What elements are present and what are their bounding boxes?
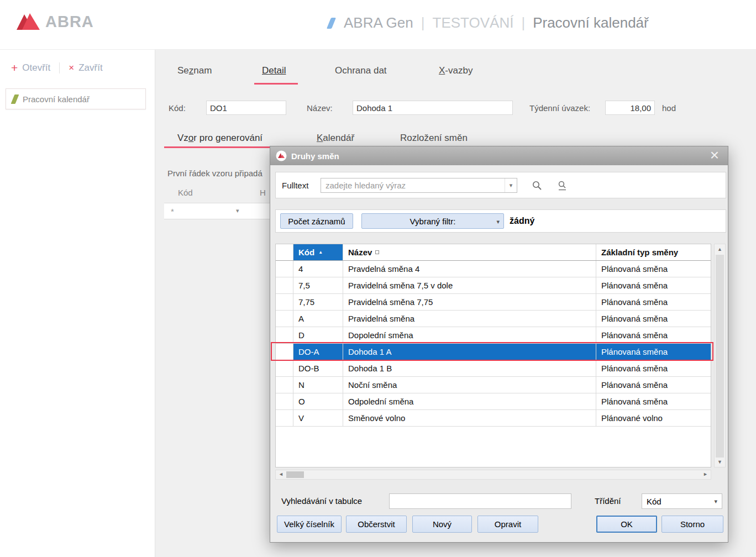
storno-button[interactable]: Storno (662, 516, 723, 533)
tab-label: -vazby (445, 65, 473, 76)
app-title: ABRA Gen | TESTOVÁNÍ | Pracovní kalendář (329, 14, 649, 31)
cell-nazev: Pravidelná směna 7,5 v dole (343, 277, 596, 293)
tab-ochrana-dat[interactable]: Ochrana dat (335, 65, 387, 76)
open-button[interactable]: + Otevřít (11, 62, 50, 73)
cross-icon: × (69, 62, 74, 73)
dialog-title-bar[interactable]: Druhy směn (270, 146, 728, 165)
fulltext-dropdown-arrow-icon[interactable]: ▾ (505, 178, 517, 192)
subtab-label: r pro generování (193, 133, 262, 143)
fulltext-input[interactable] (321, 181, 505, 190)
tab-seznam[interactable]: Seznam (177, 65, 212, 76)
cell-kod: DO-B (293, 360, 343, 376)
nazev-input[interactable] (353, 101, 513, 115)
kod-input[interactable] (206, 101, 286, 115)
cell-nazev: Pravdelná směna 4 (343, 261, 596, 277)
subtab-label: alendář (323, 133, 354, 143)
app-name: ABRA Gen (344, 14, 413, 31)
cell-kod: O (293, 393, 343, 409)
title-separator: | (421, 14, 425, 31)
shift-types-table: Kód ▲ Název Základní typ směny 4 Pravdel… (275, 244, 711, 467)
row-indicator (276, 360, 293, 376)
table-row[interactable]: V Směnové volno Plánované volno (276, 410, 711, 427)
cell-nazev: Pravidelná směna (343, 311, 596, 327)
pattern-grid-kod-header: Kód (178, 188, 193, 197)
sort-dropdown[interactable]: Kód ▾ (642, 493, 722, 509)
table-row-selected[interactable]: DO-A Dohoda 1 A Plánovaná směna (276, 344, 711, 360)
record-count-button[interactable]: Počet záznamů (280, 213, 353, 229)
ok-button[interactable]: OK (596, 516, 657, 533)
table-row[interactable]: O Odpolední směna Plánovaná směna (276, 393, 711, 410)
selected-filter-label: Vybraný filtr: (410, 217, 456, 226)
table-row[interactable]: 7,75 Pravidelná směna 7,75 Plánovaná smě… (276, 294, 711, 311)
scroll-right-icon[interactable]: ► (703, 471, 708, 477)
column-options-icon[interactable] (375, 250, 379, 254)
dropdown-arrow-icon[interactable]: ▾ (236, 207, 239, 214)
selected-filter-dropdown[interactable]: Vybraný filtr: ▾ (361, 213, 504, 229)
cell-kod: N (293, 377, 343, 393)
vertical-scrollbar[interactable]: ▲ ▼ (714, 244, 726, 467)
velky-ciselnik-button[interactable]: Velký číselník (277, 516, 342, 533)
fulltext-search-icon[interactable] (558, 180, 568, 191)
cell-typ: Plánovaná směna (596, 377, 711, 393)
fulltext-input-wrap: ▾ (321, 178, 517, 193)
search-icon[interactable] (532, 180, 542, 191)
subtab-kalendar[interactable]: Kalendář (317, 133, 354, 144)
tab-detail[interactable]: Detail (262, 65, 286, 76)
close-window-button[interactable]: × Zavřít (69, 62, 102, 73)
table-row[interactable]: A Pravidelná směna Plánovaná směna (276, 311, 711, 327)
opravit-button[interactable]: Opravit (477, 516, 538, 533)
active-subtab-indicator (164, 146, 281, 148)
column-header-zakladni-typ[interactable]: Základní typ směny (596, 244, 711, 260)
cell-typ: Plánovaná směna (596, 311, 711, 327)
tab-label: nam (193, 65, 212, 76)
open-label: Otevřít (22, 62, 50, 73)
tydenni-uvazek-input[interactable] (605, 101, 655, 115)
abra-dialog-icon (276, 150, 287, 161)
environment-name: TESTOVÁNÍ (433, 14, 514, 31)
horizontal-scrollbar[interactable]: ◄ ► (275, 470, 711, 480)
sidebar-item-pracovni-kalendar[interactable]: Pracovní kalendář (6, 88, 146, 109)
scroll-down-icon[interactable]: ▼ (715, 459, 725, 465)
scroll-up-icon[interactable]: ▲ (715, 246, 725, 252)
table-row[interactable]: 7,5 Pravidelná směna 7,5 v dole Plánovan… (276, 277, 711, 294)
cell-nazev: Dopolední směna (343, 327, 596, 343)
cell-kod: 7,75 (293, 294, 343, 310)
logo-text: ABRA (45, 13, 94, 31)
cell-typ: Plánovaná směna (596, 261, 711, 277)
table-search-input[interactable] (389, 493, 571, 509)
table-row[interactable]: DO-B Dohoda 1 B Plánovaná směna (276, 360, 711, 377)
sort-asc-icon: ▲ (318, 250, 323, 255)
subtab-vzor-pro-generovani[interactable]: Vzor pro generování (177, 133, 262, 144)
dialog-title: Druhy směn (291, 151, 339, 161)
horizontal-scroll-thumb[interactable] (286, 471, 304, 478)
tab-x-vazby[interactable]: X-vazby (439, 65, 473, 76)
cell-typ: Plánované volno (596, 410, 711, 426)
title-slash-icon (327, 18, 336, 29)
column-header-kod[interactable]: Kód ▲ (293, 244, 343, 260)
cell-nazev: Noční směna (343, 377, 596, 393)
kod-label: Kód: (169, 103, 186, 113)
cell-typ: Plánovaná směna (596, 294, 711, 310)
tab-label-accel: X (439, 65, 445, 76)
sidebar: + Otevřít × Zavřít Pracovní kalendář (0, 50, 155, 557)
plus-icon: + (11, 63, 18, 73)
cell-kod: A (293, 311, 343, 327)
column-header-nazev[interactable]: Název (343, 244, 596, 260)
cell-kod: 7,5 (293, 277, 343, 293)
column-label: Název (348, 248, 372, 257)
table-row[interactable]: 4 Pravdelná směna 4 Plánovaná směna (276, 261, 711, 277)
novy-button[interactable]: Nový (412, 516, 472, 533)
cell-nazev: Dohoda 1 A (343, 344, 596, 360)
row-indicator (276, 277, 293, 293)
row-indicator (276, 294, 293, 310)
table-row[interactable]: D Dopolední směna Plánovaná směna (276, 327, 711, 344)
table-row[interactable]: N Noční směna Plánovaná směna (276, 377, 711, 393)
obcerstvit-button[interactable]: Občerstvit (346, 516, 407, 533)
cell-kod: V (293, 410, 343, 426)
cell-kod: DO-A (293, 344, 343, 360)
vertical-scroll-thumb[interactable] (716, 255, 724, 458)
scroll-left-icon[interactable]: ◄ (279, 471, 284, 477)
fulltext-panel: Fulltext ▾ (275, 172, 726, 198)
subtab-rozlozeni-smen[interactable]: Rozložení směn (400, 133, 468, 144)
close-icon[interactable]: × (706, 146, 723, 165)
